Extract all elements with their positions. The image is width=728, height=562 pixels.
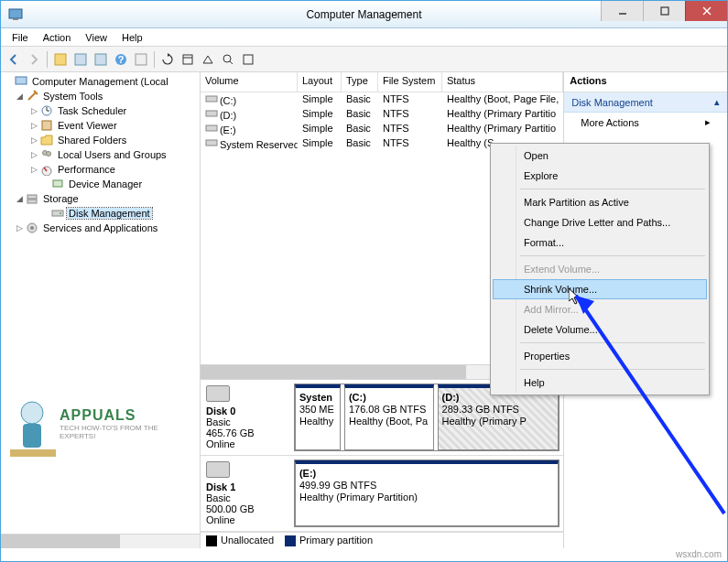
svg-rect-28 <box>27 200 37 203</box>
tree-storage[interactable]: ◢ Storage <box>1 191 200 206</box>
maximize-button[interactable] <box>643 1 685 21</box>
expand-icon[interactable]: ▷ <box>28 165 39 174</box>
drive-icon <box>205 137 218 148</box>
tree-task-scheduler[interactable]: ▷ Task Scheduler <box>1 103 200 118</box>
volume-row[interactable]: (D:) Simple Basic NTFS Healthy (Primary … <box>201 107 563 122</box>
minimize-button[interactable] <box>601 1 643 21</box>
actions-more[interactable]: More Actions ▸ <box>564 113 727 132</box>
tree-system-tools[interactable]: ◢ System Tools <box>1 89 200 103</box>
svg-line-15 <box>230 61 233 64</box>
col-filesystem[interactable]: File System <box>378 72 442 92</box>
svg-rect-17 <box>16 77 27 84</box>
folder-icon <box>39 133 54 147</box>
tree-event-viewer[interactable]: ▷ Event Viewer <box>1 118 200 133</box>
expand-icon[interactable]: ▷ <box>28 106 39 115</box>
window-root: Computer Management File Action View Hel… <box>0 0 728 562</box>
tree-root[interactable]: Computer Management (Local <box>1 74 200 89</box>
drive-icon <box>205 93 218 104</box>
toolbar-icon-b[interactable] <box>219 50 237 69</box>
disk-info[interactable]: Disk 1 Basic 500.00 GB Online <box>204 459 288 527</box>
volume-row[interactable]: (C:) Simple Basic NTFS Healthy (Boot, Pa… <box>201 92 563 107</box>
svg-rect-3 <box>661 7 668 15</box>
svg-rect-16 <box>244 55 253 64</box>
toolbar: ? <box>1 47 727 72</box>
tree-disk-management[interactable]: Disk Management <box>1 206 200 221</box>
tree-device-manager[interactable]: Device Manager <box>1 177 200 191</box>
volume-row[interactable]: (E:) Simple Basic NTFS Healthy (Primary … <box>201 122 563 136</box>
tree-shared-folders[interactable]: ▷ Shared Folders <box>1 133 200 147</box>
svg-rect-7 <box>75 54 86 65</box>
ctx-shrink[interactable]: Shrink Volume... <box>493 279 707 299</box>
clock-icon <box>39 103 54 118</box>
context-sep <box>520 255 705 256</box>
show-hide-tree-button[interactable] <box>51 50 70 69</box>
context-menu: Open Explore Mark Partition as Active Ch… <box>490 143 710 395</box>
partition-system[interactable]: Systen 350 ME Healthy <box>295 384 341 450</box>
menu-view[interactable]: View <box>78 30 114 45</box>
tools-icon <box>25 89 39 103</box>
svg-rect-35 <box>206 125 217 131</box>
svg-rect-36 <box>206 140 217 146</box>
svg-rect-6 <box>55 54 66 65</box>
expand-icon[interactable]: ▷ <box>28 150 39 159</box>
expand-icon[interactable]: ▷ <box>28 121 39 130</box>
collapse-icon[interactable]: ◢ <box>14 92 25 101</box>
ctx-help[interactable]: Help <box>493 373 707 393</box>
col-status[interactable]: Status <box>442 72 563 92</box>
svg-rect-12 <box>183 55 192 64</box>
toolbar-icon-c[interactable] <box>239 50 257 69</box>
close-button[interactable] <box>685 1 727 21</box>
disk-icon <box>206 461 230 478</box>
ctx-properties[interactable]: Properties <box>493 346 707 366</box>
help-button[interactable]: ? <box>112 50 130 69</box>
window-buttons <box>601 1 727 21</box>
col-type[interactable]: Type <box>342 72 378 92</box>
tree-pane: Computer Management (Local ◢ System Tool… <box>1 72 201 548</box>
drive-icon <box>205 108 218 119</box>
svg-rect-11 <box>136 54 147 65</box>
menu-action[interactable]: Action <box>36 30 79 45</box>
drive-icon <box>205 123 218 134</box>
view-button-1[interactable] <box>71 50 90 69</box>
collapse-icon[interactable]: ◢ <box>14 194 25 203</box>
settings-button[interactable] <box>179 50 197 69</box>
col-volume[interactable]: Volume <box>201 72 298 92</box>
ctx-format[interactable]: Format... <box>493 232 707 253</box>
storage-icon <box>25 191 39 206</box>
refresh-button[interactable] <box>158 50 177 69</box>
svg-rect-33 <box>206 96 217 102</box>
back-button[interactable] <box>5 50 23 69</box>
footer-text: wsxdn.com <box>676 549 722 559</box>
partition-c[interactable]: (C:) 176.08 GB NTFS Healthy (Boot, Pa <box>344 384 434 450</box>
menu-file[interactable]: File <box>5 30 36 45</box>
forward-button[interactable] <box>25 50 43 69</box>
tree-hscrollbar[interactable] <box>1 534 200 548</box>
actions-section[interactable]: Disk Management ▴ <box>564 92 727 113</box>
view-button-2[interactable] <box>92 50 110 69</box>
collapse-icon: ▴ <box>714 96 720 108</box>
expand-icon[interactable]: ▷ <box>28 135 39 145</box>
disk-info[interactable]: Disk 0 Basic 465.76 GB Online <box>204 384 288 451</box>
partition-e[interactable]: (E:) 499.99 GB NTFS Healthy (Primary Par… <box>295 460 559 526</box>
tree-local-users[interactable]: ▷ Local Users and Groups <box>1 147 200 162</box>
disk-icon <box>206 385 230 402</box>
toolbar-icon-a[interactable] <box>199 50 217 69</box>
tree-performance[interactable]: ▷ Performance <box>1 162 200 177</box>
tree-services[interactable]: ▷ Services and Applications <box>1 221 200 235</box>
ctx-mark-active[interactable]: Mark Partition as Active <box>493 192 707 212</box>
ctx-delete[interactable]: Delete Volume... <box>493 319 707 340</box>
device-icon <box>50 177 65 191</box>
ctx-explore[interactable]: Explore <box>493 166 707 186</box>
toolbar-button-extra[interactable] <box>132 50 150 69</box>
expand-icon[interactable]: ▷ <box>14 223 25 232</box>
svg-rect-8 <box>95 54 106 65</box>
computer-icon <box>14 74 28 89</box>
col-layout[interactable]: Layout <box>298 72 342 92</box>
svg-point-32 <box>30 226 34 230</box>
context-sep <box>520 189 705 189</box>
ctx-open[interactable]: Open <box>493 146 707 166</box>
actions-header: Actions <box>564 72 727 92</box>
disk-row-1: Disk 1 Basic 500.00 GB Online (E:) 499.9… <box>201 456 563 532</box>
ctx-change-letter[interactable]: Change Drive Letter and Paths... <box>493 212 707 232</box>
menu-help[interactable]: Help <box>114 30 150 45</box>
